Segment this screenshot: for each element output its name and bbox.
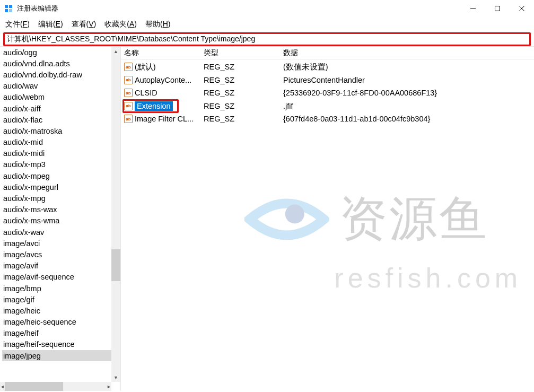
tree-item[interactable]: image/avif xyxy=(2,260,120,272)
tree-item[interactable]: image/heif xyxy=(2,328,120,339)
tree-panel: audio/oggaudio/vnd.dlna.adtsaudio/vnd.do… xyxy=(0,47,121,391)
column-name[interactable]: 名称 xyxy=(121,47,200,59)
minimize-button[interactable] xyxy=(461,0,485,17)
tree-item[interactable]: audio/vnd.dlna.adts xyxy=(2,58,120,69)
tree-item[interactable]: audio/x-mpegurl xyxy=(2,181,120,193)
value-name: AutoplayConte... xyxy=(135,76,191,84)
tree-item[interactable]: image/heic-sequence xyxy=(2,317,120,328)
menu-view[interactable]: 查看(V) xyxy=(72,20,97,29)
tree-item[interactable]: audio/webm xyxy=(2,92,120,103)
string-value-icon: ab xyxy=(124,76,133,84)
tree-item[interactable]: audio/x-ms-wax xyxy=(2,204,120,215)
value-name: Image Filter CL... xyxy=(135,115,194,123)
value-type: REG_SZ xyxy=(200,115,280,123)
value-name: Extension xyxy=(135,101,173,111)
tree-item[interactable]: image/jpeg xyxy=(2,350,120,361)
horizontal-scrollbar[interactable]: ◄ ► xyxy=(0,382,111,391)
tree-item[interactable]: audio/ogg xyxy=(2,47,120,58)
value-type: REG_SZ xyxy=(200,63,280,71)
tree-item[interactable]: image/avci xyxy=(2,238,120,249)
value-data: .jfif xyxy=(280,102,534,110)
tree-item[interactable]: image/gif xyxy=(2,294,120,305)
value-name: CLSID xyxy=(135,89,157,97)
svg-rect-1 xyxy=(9,5,12,8)
menu-edit[interactable]: 编辑(E) xyxy=(38,20,63,29)
scroll-left-icon[interactable]: ◄ xyxy=(0,382,5,391)
tree-item[interactable]: audio/x-midi xyxy=(2,148,120,159)
tree-item[interactable]: image/avcs xyxy=(2,249,120,260)
value-data: PicturesContentHandler xyxy=(280,76,534,84)
value-data: (数值未设置) xyxy=(280,62,534,72)
tree-item[interactable]: image/heic xyxy=(2,305,120,316)
list-header: 名称 类型 数据 xyxy=(121,47,534,59)
tree-item[interactable]: audio/x-mp3 xyxy=(2,159,120,170)
tree-item[interactable]: audio/x-mpeg xyxy=(2,170,120,181)
content-area: audio/oggaudio/vnd.dlna.adtsaudio/vnd.do… xyxy=(0,46,534,391)
column-type[interactable]: 类型 xyxy=(200,47,280,59)
list-row[interactable]: abImage Filter CL...REG_SZ{607fd4e8-0a03… xyxy=(121,112,534,126)
string-value-icon: ab xyxy=(124,102,133,110)
menu-file[interactable]: 文件(F) xyxy=(5,20,30,29)
tree-list[interactable]: audio/oggaudio/vnd.dlna.adtsaudio/vnd.do… xyxy=(0,47,120,391)
value-data: {25336920-03F9-11cf-8FD0-00AA00686F13} xyxy=(280,89,534,97)
tree-item[interactable]: audio/x-flac xyxy=(2,114,120,125)
hscroll-thumb[interactable] xyxy=(5,382,63,391)
tree-item[interactable]: audio/x-ms-wma xyxy=(2,215,120,227)
tree-item[interactable]: audio/x-wav xyxy=(2,227,120,238)
window-title: 注册表编辑器 xyxy=(17,4,461,13)
watermark: 资源鱼 resfish.com xyxy=(244,187,522,294)
tree-item[interactable]: audio/wav xyxy=(2,81,120,92)
close-button[interactable] xyxy=(510,0,534,17)
list-row[interactable]: abCLSIDREG_SZ{25336920-03F9-11cf-8FD0-00… xyxy=(121,86,534,100)
tree-item[interactable]: image/bmp xyxy=(2,283,120,294)
tree-item[interactable]: audio/x-mid xyxy=(2,137,120,148)
string-value-icon: ab xyxy=(124,89,133,97)
menubar: 文件(F) 编辑(E) 查看(V) 收藏夹(A) 帮助(H) xyxy=(0,17,534,31)
tree-item[interactable]: audio/x-aiff xyxy=(2,103,120,114)
scroll-thumb[interactable] xyxy=(111,249,120,281)
tree-item[interactable]: image/heif-sequence xyxy=(2,339,120,350)
svg-rect-3 xyxy=(9,9,12,12)
watermark-logo-icon xyxy=(244,187,329,251)
app-icon xyxy=(4,4,13,13)
list-row[interactable]: abAutoplayConte...REG_SZPicturesContentH… xyxy=(121,74,534,87)
list-body: ab(默认)REG_SZ(数值未设置)abAutoplayConte...REG… xyxy=(121,59,534,126)
hscroll-track[interactable] xyxy=(5,382,107,391)
value-data: {607fd4e8-0a03-11d1-ab1d-00c04fc9b304} xyxy=(280,115,534,123)
svg-rect-5 xyxy=(495,6,500,11)
scroll-track[interactable] xyxy=(111,56,120,373)
watermark-text-cn: 资源鱼 xyxy=(339,187,489,251)
svg-rect-2 xyxy=(5,9,8,12)
titlebar: 注册表编辑器 xyxy=(0,0,534,17)
tree-item[interactable]: audio/vnd.dolby.dd-raw xyxy=(2,69,120,80)
menu-favorites[interactable]: 收藏夹(A) xyxy=(104,20,137,29)
string-value-icon: ab xyxy=(124,115,133,123)
list-panel: 名称 类型 数据 ab(默认)REG_SZ(数值未设置)abAutoplayCo… xyxy=(121,47,534,391)
address-text: 计算机\HKEY_CLASSES_ROOT\MIME\Database\Cont… xyxy=(7,34,255,44)
vertical-scrollbar[interactable]: ▲ ▼ xyxy=(111,47,120,382)
tree-item[interactable]: image/avif-sequence xyxy=(2,272,120,283)
scroll-up-icon[interactable]: ▲ xyxy=(111,47,120,56)
column-data[interactable]: 数据 xyxy=(280,47,534,59)
svg-point-8 xyxy=(285,204,304,223)
address-bar[interactable]: 计算机\HKEY_CLASSES_ROOT\MIME\Database\Cont… xyxy=(3,32,531,46)
string-value-icon: ab xyxy=(124,63,133,71)
scroll-down-icon[interactable]: ▼ xyxy=(111,373,120,382)
svg-rect-0 xyxy=(5,5,8,8)
maximize-button[interactable] xyxy=(485,0,510,17)
value-type: REG_SZ xyxy=(200,76,280,84)
menu-help[interactable]: 帮助(H) xyxy=(145,20,170,29)
watermark-text-en: resfish.com xyxy=(334,262,522,294)
tree-item[interactable]: audio/x-mpg xyxy=(2,193,120,204)
scroll-right-icon[interactable]: ► xyxy=(107,382,111,391)
window-controls xyxy=(461,0,534,17)
tree-item[interactable]: audio/x-matroska xyxy=(2,125,120,136)
value-name: (默认) xyxy=(135,62,156,72)
value-type: REG_SZ xyxy=(200,89,280,97)
list-row[interactable]: ab(默认)REG_SZ(数值未设置) xyxy=(121,60,534,74)
value-type: REG_SZ xyxy=(200,102,280,110)
list-row[interactable]: abExtensionREG_SZ.jfif xyxy=(121,100,534,113)
